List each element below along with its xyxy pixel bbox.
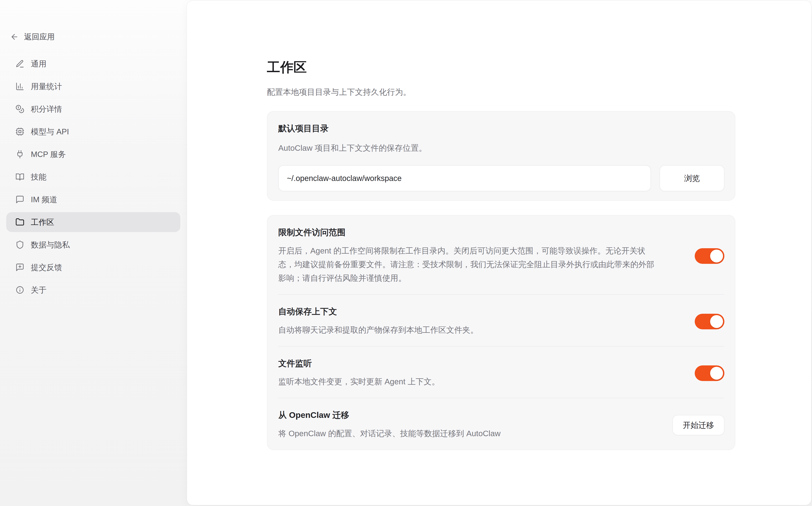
setting-row-migrate-from-openclaw: 从 OpenClaw 迁移 将 OpenClaw 的配置、对话记录、技能等数据迁… — [278, 398, 724, 450]
setting-description: 将 OpenClaw 的配置、对话记录、技能等数据迁移到 AutoClaw — [278, 427, 661, 440]
sidebar-item-feedback[interactable]: 提交反馈 — [6, 257, 180, 277]
chip-icon — [15, 127, 24, 136]
plug-icon — [15, 150, 24, 159]
page-subtitle: 配置本地项目目录与上下文持久化行为。 — [267, 87, 735, 97]
sidebar-item-general[interactable]: 通用 — [6, 54, 180, 74]
back-to-app-label: 返回应用 — [24, 31, 55, 42]
sidebar-item-skills[interactable]: 技能 — [6, 167, 180, 187]
sidebar-item-mcp-services[interactable]: MCP 服务 — [6, 144, 180, 164]
sidebar-item-usage-stats[interactable]: 用量统计 — [6, 76, 180, 96]
coins-icon — [15, 104, 24, 113]
sidebar-item-label: IM 频道 — [31, 194, 57, 205]
sidebar-item-label: 关于 — [31, 285, 47, 296]
setting-description: 监听本地文件变更，实时更新 Agent 上下文。 — [278, 375, 661, 389]
setting-row-restrict-file-access: 限制文件访问范围 开启后，Agent 的工作空间将限制在工作目录内。关闭后可访问… — [278, 216, 724, 294]
setting-description: 开启后，Agent 的工作空间将限制在工作目录内。关闭后可访问更大范围，可能导致… — [278, 244, 661, 285]
sidebar-item-label: 数据与隐私 — [31, 240, 70, 250]
sidebar-item-label: MCP 服务 — [31, 149, 66, 160]
sidebar-item-workspace[interactable]: 工作区 — [6, 212, 180, 232]
settings-window: 返回应用 通用 用量统计 积分详情 模型与 API MCP 服务 — [0, 0, 812, 506]
sidebar-item-data-privacy[interactable]: 数据与隐私 — [6, 235, 180, 255]
default-directory-description: AutoClaw 项目和上下文文件的保存位置。 — [278, 143, 724, 154]
sidebar-item-about[interactable]: 关于 — [6, 280, 180, 300]
setting-heading: 从 OpenClaw 迁移 — [278, 410, 661, 420]
bar-chart-icon — [15, 82, 24, 91]
directory-input-row: 浏览 — [278, 165, 724, 191]
sidebar-item-credits[interactable]: 积分详情 — [6, 99, 180, 119]
folder-icon — [15, 218, 24, 227]
shield-icon — [15, 240, 24, 249]
toggle-knob — [710, 250, 723, 262]
directory-path-input[interactable] — [278, 165, 651, 191]
sidebar-item-label: 通用 — [31, 59, 47, 69]
setting-description: 自动将聊天记录和提取的产物保存到本地工作区文件夹。 — [278, 323, 661, 337]
sidebar-item-im-channels[interactable]: IM 频道 — [6, 189, 180, 209]
chat-bubble-icon — [15, 195, 24, 204]
sidebar-item-label: 工作区 — [31, 217, 54, 228]
sidebar-item-label: 用量统计 — [31, 81, 62, 92]
start-migration-button[interactable]: 开始迁移 — [672, 415, 724, 435]
setting-row-file-watch: 文件监听 监听本地文件变更，实时更新 Agent 上下文。 — [278, 346, 724, 398]
setting-heading: 限制文件访问范围 — [278, 227, 661, 238]
info-icon — [15, 285, 24, 294]
default-directory-heading: 默认项目目录 — [278, 123, 724, 134]
sidebar-item-label: 提交反馈 — [31, 262, 62, 273]
sidebar-item-label: 模型与 API — [31, 126, 69, 137]
setting-heading: 自动保存上下文 — [278, 306, 661, 317]
browse-button[interactable]: 浏览 — [660, 165, 724, 191]
workspace-settings-page: 工作区 配置本地项目目录与上下文持久化行为。 默认项目目录 AutoClaw 项… — [267, 1, 735, 450]
feedback-plus-icon — [15, 263, 24, 272]
sidebar-item-models-api[interactable]: 模型与 API — [6, 122, 180, 142]
arrow-left-icon — [10, 32, 19, 41]
toggle-knob — [710, 315, 723, 328]
setting-row-auto-save-context: 自动保存上下文 自动将聊天记录和提取的产物保存到本地工作区文件夹。 — [278, 294, 724, 346]
book-icon — [15, 172, 24, 181]
back-to-app-button[interactable]: 返回应用 — [10, 29, 55, 45]
toggle-knob — [710, 367, 723, 380]
restrict-file-access-toggle[interactable] — [695, 248, 724, 264]
pencil-icon — [15, 59, 24, 68]
setting-heading: 文件监听 — [278, 358, 661, 369]
sidebar-item-label: 技能 — [31, 172, 47, 182]
page-title: 工作区 — [267, 59, 735, 76]
sidebar-item-label: 积分详情 — [31, 104, 62, 114]
sidebar: 返回应用 通用 用量统计 积分详情 模型与 API MCP 服务 — [0, 0, 187, 506]
sidebar-nav: 通用 用量统计 积分详情 模型与 API MCP 服务 技能 — [6, 54, 180, 300]
main-panel: 工作区 配置本地项目目录与上下文持久化行为。 默认项目目录 AutoClaw 项… — [187, 1, 811, 505]
default-directory-card: 默认项目目录 AutoClaw 项目和上下文文件的保存位置。 浏览 — [267, 111, 735, 201]
file-watch-toggle[interactable] — [695, 365, 724, 381]
auto-save-context-toggle[interactable] — [695, 314, 724, 329]
workspace-settings-card: 限制文件访问范围 开启后，Agent 的工作空间将限制在工作目录内。关闭后可访问… — [267, 215, 735, 450]
